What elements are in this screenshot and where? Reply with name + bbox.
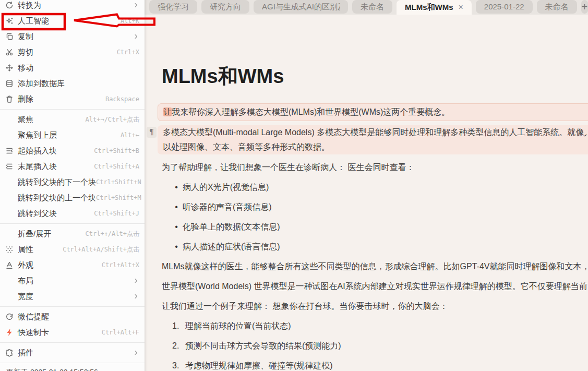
paragraph-gutter-icon[interactable]: ¶ bbox=[147, 127, 157, 138]
menu-item-label: 聚焦 bbox=[18, 115, 86, 125]
menu-item-shortcut: Alt+→/Ctrl+点击 bbox=[86, 115, 139, 124]
menu-item-shortcut: Ctrl+Alt+A/Shift+点击 bbox=[63, 245, 139, 254]
tab-agi-vs-genai[interactable]: AGI与生成式AI的区别及A bbox=[254, 0, 348, 14]
block-context-menu: 转换为人工智能Alt+K复制剪切Ctrl+X移动添加到数据库删除Backspac… bbox=[0, 0, 145, 371]
menu-item-label: 宽度 bbox=[18, 292, 133, 302]
menu-item-jump-parent-next[interactable]: 跳转到父块的下一个块Ctrl+Shift+N bbox=[0, 174, 145, 190]
menu-item-label: 属性 bbox=[18, 245, 63, 255]
menu-item-label: 起始插入块 bbox=[18, 146, 94, 156]
ai-highlighted-block[interactable]: 让我来帮你深入理解多模态大模型(MLMs)和世界模型(WMs)这两个重要概念。 bbox=[158, 103, 588, 121]
number-marker: 1. bbox=[172, 320, 185, 331]
paragraph-text: 多模态大模型(Multi-modal Large Models) 多模态大模型是… bbox=[163, 125, 586, 154]
bullet-marker: • bbox=[170, 221, 183, 232]
menu-item-layout[interactable]: 布局 bbox=[0, 273, 145, 289]
chevron-right-icon bbox=[133, 292, 139, 301]
menu-item-label: 移动 bbox=[18, 63, 139, 73]
tab-label: MLMs和WMs bbox=[405, 1, 453, 14]
menu-item-move[interactable]: 移动 bbox=[0, 60, 145, 76]
menu-item-label: 末尾插入块 bbox=[18, 162, 94, 172]
selected-text: 让 bbox=[163, 107, 172, 116]
tab-reinforcement-learning[interactable]: 强化学习 bbox=[149, 0, 197, 14]
number-marker: 2. bbox=[172, 340, 185, 351]
text-line: 以处理图像、文本、音频等多种形式的数据。 bbox=[163, 140, 586, 154]
tab-2025-01-22[interactable]: 2025-01-22 bbox=[476, 0, 533, 14]
menu-item-label: 插件 bbox=[18, 348, 133, 358]
menu-item-convert-to[interactable]: 转换为 bbox=[0, 0, 145, 13]
list-item-text: 听诊器的声音(音频信息) bbox=[183, 201, 272, 212]
insert-end-icon bbox=[5, 162, 15, 171]
bullet-list-item[interactable]: •化验单上的数据(文本信息) bbox=[162, 221, 588, 232]
block-updated-timestamp: 更新于 2025-01-22 15:52:56 bbox=[0, 365, 145, 371]
insert-start-icon bbox=[5, 147, 15, 155]
lightning-icon bbox=[5, 328, 15, 337]
tab-label: 未命名 bbox=[545, 0, 569, 14]
list-item-text: 考虑物理规律如摩擦、碰撞等(规律建模) bbox=[185, 360, 333, 371]
menu-item-label: 折叠/展开 bbox=[18, 229, 86, 239]
icon-spacer bbox=[5, 115, 15, 124]
chevron-right-icon bbox=[133, 277, 139, 285]
numbered-list-item[interactable]: 3.考虑物理规律如摩擦、碰撞等(规律建模) bbox=[162, 360, 588, 371]
numbered-list-item[interactable]: 2.预测不同击球方式会导致的结果(预测能力) bbox=[162, 340, 588, 351]
menu-item-focus[interactable]: 聚焦Alt+→/Ctrl+点击 bbox=[0, 112, 145, 127]
menu-item-quick-flashcard[interactable]: 快速制卡Ctrl+Alt+F bbox=[0, 325, 145, 340]
menu-item-appearance[interactable]: 外观Ctrl+Alt+X bbox=[0, 257, 145, 273]
numbered-list-item[interactable]: 1.理解当前球的位置(当前状态) bbox=[162, 320, 588, 331]
menu-item-label: 复制 bbox=[18, 32, 133, 42]
number-marker: 3. bbox=[172, 360, 185, 371]
paragraph-block[interactable]: MLMs就像这样的医生，能够整合所有这些不同类型的信息，形成综合理解。比如GPT… bbox=[162, 261, 588, 272]
document-title[interactable]: MLMs和WMs bbox=[162, 63, 588, 90]
menu-item-jump-parent-prev[interactable]: 跳转到父块的上一个块Ctrl+Shift+M bbox=[0, 190, 145, 206]
menu-item-insert-block-start[interactable]: 起始插入块Ctrl+Shift+B bbox=[0, 143, 145, 159]
menu-item-ai[interactable]: 人工智能Alt+K bbox=[0, 13, 145, 29]
tab-untitled-1[interactable]: 未命名 bbox=[352, 0, 392, 14]
cut-icon bbox=[5, 48, 15, 56]
bullet-list-item[interactable]: •病人的X光片(视觉信息) bbox=[162, 182, 588, 193]
menu-separator bbox=[0, 306, 145, 307]
menu-item-label: 布局 bbox=[18, 276, 133, 286]
menu-item-wechat-reminder[interactable]: 微信提醒 bbox=[0, 309, 145, 325]
new-tab-button[interactable]: + bbox=[581, 0, 588, 14]
tab-mlms-and-wms[interactable]: MLMs和WMs× bbox=[397, 0, 472, 15]
chevron-right-icon bbox=[133, 1, 139, 9]
tab-label: 2025-01-22 bbox=[484, 0, 524, 14]
menu-item-jump-to-parent[interactable]: 跳转到父块Ctrl+Shift+J bbox=[0, 206, 145, 221]
menu-separator bbox=[0, 363, 145, 363]
menu-item-shortcut: Ctrl+Shift+M bbox=[96, 194, 141, 201]
tab-close-icon[interactable]: × bbox=[459, 1, 463, 14]
menu-item-width[interactable]: 宽度 bbox=[0, 289, 145, 304]
menu-item-label: 人工智能 bbox=[18, 16, 121, 26]
menu-item-plugin[interactable]: 插件 bbox=[0, 345, 145, 361]
menu-item-add-to-database[interactable]: 添加到数据库 bbox=[0, 76, 145, 91]
menu-item-label: 微信提醒 bbox=[18, 312, 139, 322]
bullet-list-item[interactable]: •病人描述的症状(语言信息) bbox=[162, 241, 588, 252]
menu-item-label: 删除 bbox=[18, 94, 105, 104]
menu-item-focus-parent[interactable]: 聚焦到上层Alt+← bbox=[0, 127, 145, 143]
menu-item-insert-block-end[interactable]: 末尾插入块Ctrl+Shift+A bbox=[0, 159, 145, 174]
menu-item-fold-unfold[interactable]: 折叠/展开Ctrl+↑/Alt+点击 bbox=[0, 226, 145, 242]
menu-item-shortcut: Ctrl+↑/Alt+点击 bbox=[86, 230, 139, 238]
appearance-icon bbox=[5, 261, 15, 269]
paragraph-block[interactable]: 让我们通过一个例子来理解： 想象你在打台球。当你要击球时，你的大脑会： bbox=[162, 301, 588, 312]
menu-item-attributes[interactable]: 属性Ctrl+Alt+A/Shift+点击 bbox=[0, 242, 145, 257]
bullet-marker: • bbox=[170, 201, 183, 212]
tab-untitled-2[interactable]: 未命名 bbox=[537, 0, 577, 14]
ai-highlighted-block[interactable]: ¶多模态大模型(Multi-modal Large Models) 多模态大模型… bbox=[158, 125, 588, 154]
menu-item-label: 跳转到父块的下一个块 bbox=[18, 177, 96, 187]
text-line: 多模态大模型(Multi-modal Large Models) 多模态大模型是… bbox=[163, 125, 586, 140]
tab-label: 研究方向 bbox=[210, 0, 241, 14]
menu-separator bbox=[0, 342, 145, 343]
tab-research-direction[interactable]: 研究方向 bbox=[201, 0, 249, 14]
menu-item-shortcut: Alt+K bbox=[121, 17, 139, 25]
icon-spacer bbox=[5, 230, 15, 238]
menu-item-copy[interactable]: 复制 bbox=[0, 29, 145, 44]
menu-item-cut[interactable]: 剪切Ctrl+X bbox=[0, 44, 145, 60]
icon-spacer bbox=[5, 292, 15, 301]
paragraph-block[interactable]: 为了帮助理解，让我们想象一个医生在诊断病人： 医生会同时查看： bbox=[162, 162, 588, 173]
bullet-list-item[interactable]: •听诊器的声音(音频信息) bbox=[162, 201, 588, 212]
tab-label: 未命名 bbox=[361, 0, 384, 14]
menu-item-delete[interactable]: 删除Backspace bbox=[0, 91, 145, 107]
list-item-text: 理解当前球的位置(当前状态) bbox=[185, 320, 291, 331]
copy-icon bbox=[5, 32, 15, 41]
editor-document[interactable]: MLMs和WMs 让我来帮你深入理解多模态大模型(MLMs)和世界模型(WMs)… bbox=[145, 15, 588, 371]
paragraph-block[interactable]: 世界模型(World Models) 世界模型是一种试图在AI系统内部建立对现实… bbox=[162, 281, 588, 292]
